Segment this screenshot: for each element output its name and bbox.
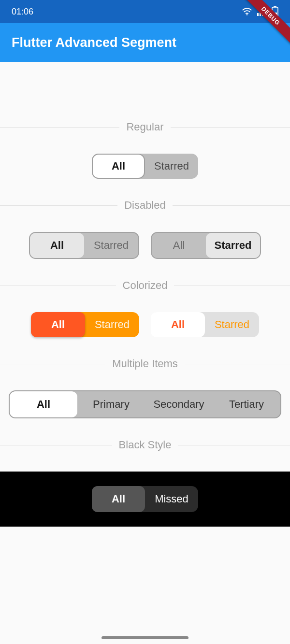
section-regular: Regular (0, 120, 290, 134)
svg-rect-7 (273, 13, 277, 15)
svg-rect-4 (264, 7, 266, 16)
segment-disabled-left: All Starred (29, 232, 139, 259)
row-colorized: All Starred All Starred (0, 293, 290, 337)
row-multiple: All Primary Secondary Tertiary (0, 371, 290, 418)
segment-regular-all[interactable]: All (92, 154, 145, 179)
app-bar: Flutter Advanced Segment (0, 23, 290, 62)
row-disabled: All Starred All Starred (0, 213, 290, 259)
section-label-multiple: Multiple Items (105, 358, 185, 370)
section-label-disabled: Disabled (117, 199, 173, 212)
segment-colorized-orange[interactable]: All Starred (31, 312, 139, 337)
segment-multiple-primary[interactable]: Primary (77, 391, 145, 417)
segment-multiple-tertiary[interactable]: Tertiary (213, 391, 280, 417)
home-indicator[interactable] (102, 636, 188, 639)
section-colorized: Colorized (0, 278, 290, 293)
signal-icon (257, 7, 267, 16)
svg-point-0 (246, 14, 248, 15)
segment-colorized-orange-starred[interactable]: Starred (85, 312, 139, 337)
svg-rect-3 (262, 9, 263, 16)
section-label-regular: Regular (119, 121, 170, 133)
segment-colorized-light[interactable]: All Starred (151, 312, 259, 337)
section-disabled: Disabled (0, 198, 290, 213)
section-label-colorized: Colorized (116, 279, 174, 292)
segment-regular-starred[interactable]: Starred (145, 154, 198, 179)
wifi-icon (242, 7, 252, 16)
segment-black-missed[interactable]: Missed (145, 486, 198, 512)
battery-icon (272, 6, 278, 17)
clock: 01:06 (12, 7, 33, 17)
section-black: Black Style (0, 438, 290, 452)
segment-colorized-orange-all[interactable]: All (31, 312, 85, 337)
segment-black-all[interactable]: All (92, 486, 145, 512)
segment-colorized-light-all[interactable]: All (151, 312, 205, 337)
section-label-black: Black Style (112, 439, 178, 451)
segment-disabled-right-all: All (152, 233, 206, 258)
page-title: Flutter Advanced Segment (12, 35, 176, 50)
segment-multiple-all[interactable]: All (10, 391, 77, 417)
segment-colorized-light-starred[interactable]: Starred (205, 312, 259, 337)
segment-disabled-left-starred: Starred (84, 233, 138, 258)
svg-rect-2 (260, 11, 261, 16)
section-multiple: Multiple Items (0, 357, 290, 371)
status-bar: 01:06 (0, 0, 290, 23)
segment-disabled-left-all: All (30, 233, 84, 258)
row-regular: All Starred (0, 134, 290, 179)
content: Regular All Starred Disabled All Starred… (0, 120, 290, 527)
segment-multiple[interactable]: All Primary Secondary Tertiary (9, 390, 281, 418)
black-block: All Missed (0, 472, 290, 527)
status-icons (242, 6, 278, 17)
segment-black[interactable]: All Missed (92, 486, 198, 512)
segment-disabled-right-starred: Starred (206, 233, 260, 258)
segment-regular[interactable]: All Starred (92, 154, 198, 179)
segment-disabled-right: All Starred (151, 232, 261, 259)
svg-rect-1 (257, 13, 259, 16)
segment-multiple-secondary[interactable]: Secondary (145, 391, 213, 417)
